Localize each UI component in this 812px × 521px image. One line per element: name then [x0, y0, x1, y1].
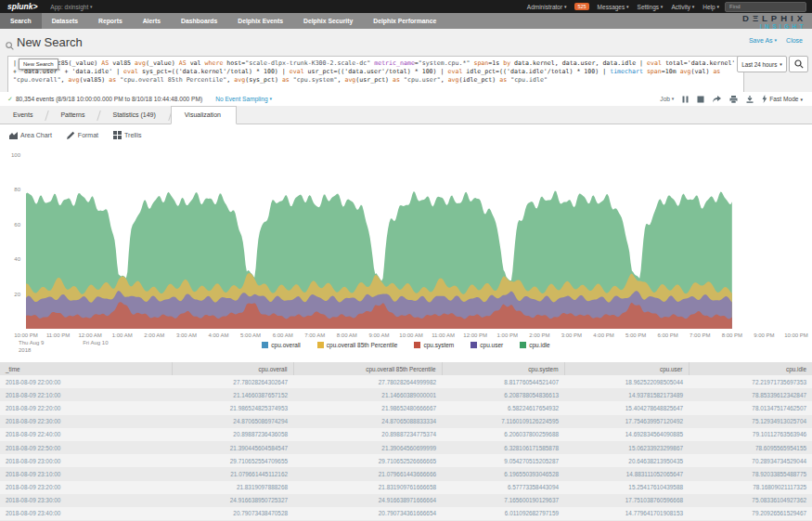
topbar-menus: Administrator ▾525Messages ▾Settings ▾Ac…	[527, 3, 719, 10]
nav-item-alerts[interactable]: Alerts	[133, 13, 171, 29]
tab-visualization[interactable]: Visualization	[171, 106, 237, 124]
legend-item-cpu-user[interactable]: cpu.user	[470, 342, 503, 348]
search-query-input[interactable]: | mstats perc85(_value) AS val85 avg(_va…	[7, 56, 744, 95]
nav-item-search[interactable]: Search	[0, 13, 42, 29]
topbar-menu-administrator[interactable]: Administrator ▾	[527, 4, 567, 10]
y-axis-tick: 40	[14, 256, 20, 262]
cell-value: 29.710652526666665	[293, 454, 442, 467]
cell-value: 20.790734361666654	[293, 507, 442, 520]
cell-value: 6.011092682797159	[442, 507, 564, 520]
nav-item-dashboards[interactable]: Dashboards	[171, 13, 227, 29]
cell-value: 14.93781582173489	[564, 388, 689, 401]
page-title: New Search	[17, 35, 83, 49]
chevron-down-icon: ▾	[716, 4, 719, 9]
cell-value: 24.916638950725327	[172, 494, 293, 507]
event-sampling-menu[interactable]: No Event Sampling ▾	[215, 96, 272, 102]
job-menu[interactable]: Job ▾	[660, 96, 674, 102]
topbar-menu-help[interactable]: Help ▾	[702, 4, 719, 10]
legend-item-cpu-idle[interactable]: cpu.idle	[520, 342, 549, 348]
query-segment: by	[503, 59, 510, 67]
legend-item-cpu-system[interactable]: cpu.system	[414, 342, 454, 348]
legend-item-cpu-overall-85th-percentile[interactable]: cpu.overall 85th Percentile	[317, 342, 398, 348]
share-icon[interactable]	[713, 96, 721, 103]
format-button[interactable]: Format	[67, 131, 98, 139]
column-header-cpu-overall[interactable]: cpu.overall	[172, 362, 293, 375]
topbar-menu-messages[interactable]: Messages ▾	[598, 4, 629, 10]
chart-type-picker[interactable]: Area Chart	[9, 131, 52, 139]
run-search-button[interactable]	[789, 56, 808, 72]
table-row: 2018-08-09 23:30:0024.91663895072532724.…	[0, 494, 812, 507]
legend-item-cpu-overall[interactable]: cpu.overall	[262, 342, 300, 348]
save-as-button[interactable]: Save As ▾	[749, 37, 777, 44]
results-tabs: EventsPatternsStatistics (149)Visualizat…	[0, 106, 812, 124]
cell-value: 15.25417610439588	[564, 481, 689, 494]
search-mode-menu[interactable]: Fast Mode ▾	[762, 95, 803, 103]
cell-value: 24.87065088833334	[293, 415, 442, 428]
y-axis-tick: 80	[14, 187, 20, 192]
pause-icon[interactable]	[682, 96, 689, 103]
x-axis-tick: 4:00 AM	[208, 332, 228, 338]
tooltip-text: New Search	[23, 61, 54, 67]
nav-item-reports[interactable]: Reports	[88, 13, 133, 29]
save-as-label: Save As	[749, 37, 773, 44]
splunk-logo-text: splunk>	[7, 2, 37, 11]
query-segment: as	[282, 76, 290, 84]
column-header-cpu-overall-85th-percentile[interactable]: cpu.overall 85th Percentile	[293, 362, 442, 375]
chevron-down-icon: ▾	[672, 96, 675, 101]
cell-value: 9.054270515205287	[442, 454, 564, 467]
trellis-label: Trellis	[124, 132, 141, 138]
lightning-icon	[762, 95, 767, 103]
time-range-picker[interactable]: Last 24 hours ▾	[737, 56, 787, 72]
query-segment: val85	[109, 59, 135, 67]
stop-icon[interactable]	[697, 96, 704, 103]
cell-value: 7.1160109126224595	[442, 415, 564, 428]
statistics-table: _timecpu.overallcpu.overall 85th Percent…	[0, 362, 812, 521]
nav-item-delphix-events[interactable]: Delphix Events	[227, 13, 293, 29]
x-axis-tick: 2:00 PM	[529, 332, 549, 338]
table-row: 2018-08-09 22:50:0021.39044560458454721.…	[0, 441, 812, 454]
tab-statistics-149[interactable]: Statistics (149)	[99, 107, 170, 124]
x-axis-tick: 11:00 AM	[432, 332, 455, 338]
query-segment: (sys_pct)	[245, 76, 282, 84]
trellis-button[interactable]: Trellis	[113, 131, 141, 139]
query-segment: host=	[223, 59, 245, 67]
pencil-icon	[67, 131, 75, 139]
topbar-menu-activity[interactable]: Activity ▾	[671, 4, 694, 10]
trellis-grid-icon	[113, 131, 122, 139]
export-icon[interactable]	[746, 96, 754, 103]
tab-events[interactable]: Events	[0, 107, 47, 124]
legend-label: cpu.system	[423, 342, 454, 348]
y-axis-tick: 60	[14, 222, 20, 228]
close-button[interactable]: Close	[786, 37, 803, 44]
legend-swatch	[414, 342, 420, 348]
x-axis-tick: 9:00 AM	[368, 332, 389, 338]
query-segment: avg	[135, 59, 146, 67]
splunk-logo[interactable]: splunk>	[7, 2, 37, 11]
x-axis-tick: 7:00 AM	[304, 332, 325, 338]
query-segment: ,	[441, 76, 448, 84]
cell-time: 2018-08-09 23:40:00	[0, 507, 172, 520]
delphix-wordmark: DΞLPHIX	[742, 14, 806, 23]
cell-value: 6.196550393046528	[442, 467, 564, 480]
column-header-cpu-user[interactable]: cpu.user	[564, 362, 689, 375]
tab-patterns[interactable]: Patterns	[47, 107, 99, 124]
topbar-menu-settings[interactable]: Settings ▾	[638, 4, 664, 10]
table-row: 2018-08-09 23:10:0021.07966144511216221.…	[0, 467, 812, 480]
query-segment: as	[109, 76, 116, 84]
cell-time: 2018-08-09 23:20:00	[0, 481, 172, 494]
column-header-cpu-system[interactable]: cpu.system	[442, 362, 564, 375]
nav-item-delphix-security[interactable]: Delphix Security	[293, 13, 363, 29]
column-header-time[interactable]: _time	[0, 362, 172, 375]
query-segment: "cpu.system"	[293, 76, 338, 84]
find-input[interactable]	[725, 2, 806, 12]
print-icon[interactable]	[729, 96, 738, 103]
query-segment: avg	[344, 76, 355, 84]
nav-item-delphix-performance[interactable]: Delphix Performance	[363, 13, 446, 29]
nav-item-datasets[interactable]: Datasets	[42, 13, 88, 29]
cell-value: 14.692834564090885	[564, 428, 689, 441]
query-segment: eval	[647, 59, 662, 67]
app-menu[interactable]: App: dxinsight ▾	[50, 4, 92, 10]
viz-toolbar: Area Chart Format Trellis	[9, 131, 141, 139]
query-segment: avg	[234, 76, 245, 84]
column-header-cpu-idle[interactable]: cpu.idle	[689, 362, 812, 375]
